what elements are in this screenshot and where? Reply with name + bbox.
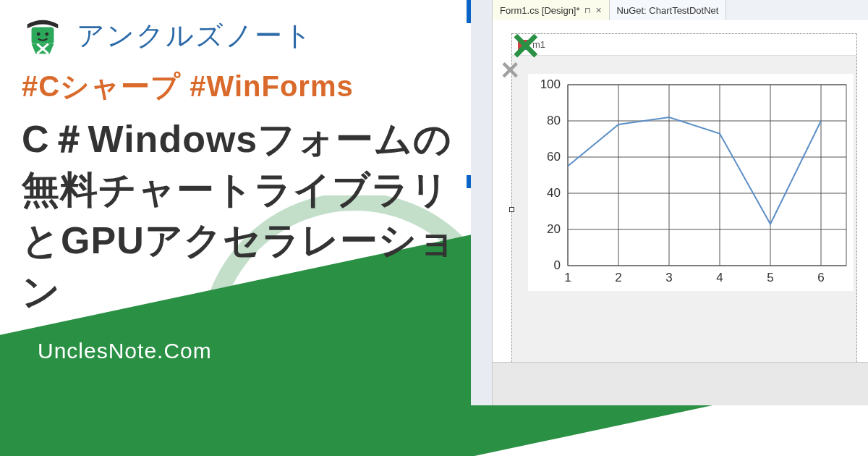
- site-name: アンクルズノート: [77, 17, 313, 54]
- svg-text:0: 0: [554, 258, 561, 272]
- tab-nuget[interactable]: NuGet: ChartTestDotNet: [610, 0, 727, 20]
- svg-text:2: 2: [615, 271, 621, 284]
- site-logo-icon: [22, 14, 64, 56]
- visual-studio-screenshot: Form1.cs [Design]* ⊓ ✕ NuGet: ChartTestD…: [492, 0, 868, 405]
- svg-text:100: 100: [540, 77, 561, 91]
- pin-icon[interactable]: ⊓: [584, 6, 591, 15]
- svg-text:1: 1: [564, 271, 571, 284]
- svg-rect-28: [568, 85, 846, 266]
- svg-text:3: 3: [665, 271, 672, 284]
- winforms-form[interactable]: m1 020406080100123456: [511, 33, 857, 381]
- svg-text:6: 6: [817, 271, 824, 284]
- domain-badge: UnclesNote.Com: [22, 333, 228, 369]
- chart-control[interactable]: 020406080100123456: [528, 74, 854, 291]
- svg-text:80: 80: [547, 114, 561, 127]
- tab-label: NuGet: ChartTestDotNet: [617, 5, 719, 16]
- svg-text:4: 4: [716, 271, 723, 284]
- tab-label: Form1.cs [Design]*: [500, 5, 580, 16]
- line-chart: 020406080100123456: [528, 74, 854, 291]
- close-icon[interactable]: ✕: [595, 6, 602, 15]
- form-designer-surface[interactable]: ✕ ✕ m1 020406080100123456: [493, 20, 868, 405]
- component-tray: [493, 362, 868, 405]
- vs-tab-bar: Form1.cs [Design]* ⊓ ✕ NuGet: ChartTestD…: [493, 0, 868, 20]
- svg-point-31: [45, 33, 48, 36]
- svg-point-30: [37, 33, 41, 36]
- svg-text:40: 40: [547, 186, 561, 200]
- svg-text:20: 20: [547, 222, 561, 236]
- article-title: C＃Windowsフォームの無料チャートライブラリとGPUアクセラレーション: [22, 114, 485, 317]
- svg-rect-29: [32, 27, 54, 43]
- svg-text:60: 60: [547, 150, 561, 164]
- form-titlebar: m1: [512, 34, 856, 56]
- tab-form-designer[interactable]: Form1.cs [Design]* ⊓ ✕: [493, 0, 610, 20]
- article-tags: #Cシャープ #WinForms: [22, 67, 485, 106]
- overlay-x-icon: ✕: [500, 58, 520, 83]
- svg-text:5: 5: [767, 271, 773, 284]
- article-card: アンクルズノート #Cシャープ #WinForms C＃Windowsフォームの…: [22, 14, 485, 369]
- resize-handle-icon[interactable]: [509, 207, 514, 212]
